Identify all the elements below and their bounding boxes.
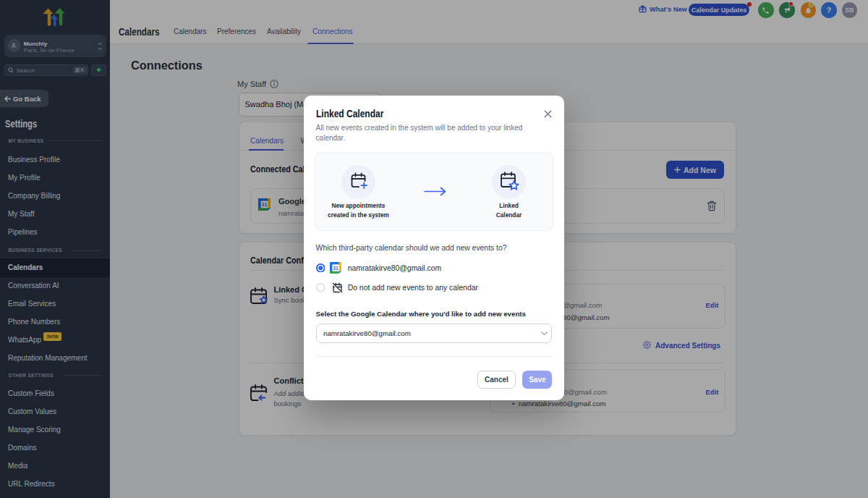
svg-text:31: 31 — [333, 266, 339, 271]
